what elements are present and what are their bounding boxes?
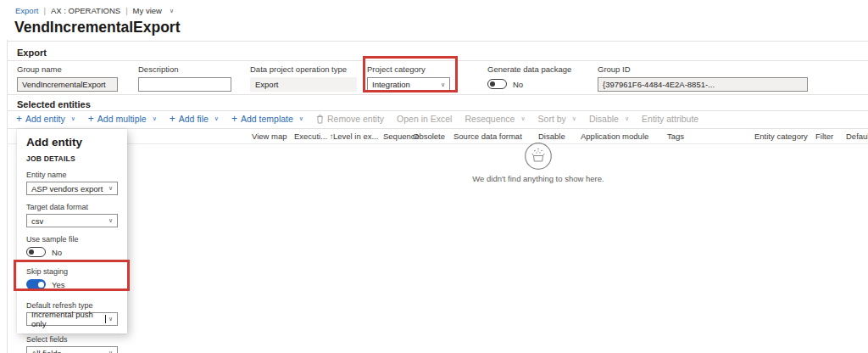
breadcrumb-export-link[interactable]: Export [15,6,38,15]
generate-package-toggle[interactable] [487,79,507,89]
column-header-filter[interactable]: Filter [815,132,833,141]
target-data-format-select[interactable]: csv ∨ [26,214,118,227]
chevron-down-icon[interactable]: ∨ [170,8,174,14]
plus-icon: + [88,115,94,123]
divider [7,41,868,42]
entity-name-value: ASP vendors export [31,184,103,193]
select-fields-label: Select fields [26,335,118,344]
chevron-down-icon: ∨ [71,115,75,122]
select-fields-value: All fields [31,349,61,353]
target-data-format-label: Target data format [26,203,118,211]
group-id-input[interactable]: {397961F6-4484-4E2A-8851-... [598,77,808,92]
column-header-default[interactable]: Default... [846,132,868,141]
column-header-obsolete[interactable]: Obsolete [413,132,445,141]
divider [7,143,868,144]
disable-button: Disable ∨ [589,114,629,124]
job-details-heading: JOB DETAILS [26,154,118,163]
chevron-down-icon: ∨ [108,185,113,192]
column-header-view-map[interactable]: View map [252,132,287,141]
add-template-button[interactable]: + Add template ∨ [231,114,303,124]
column-header-level[interactable]: Level in ex... [333,132,378,141]
skip-staging-toggle[interactable] [26,279,46,289]
operation-type-label: Data project operation type [250,64,357,74]
group-name-input[interactable]: VendIncrementalExport [17,77,118,92]
operation-type-value: Export [250,77,357,92]
text-cursor [105,315,106,323]
add-entity-button[interactable]: + Add entity ∨ [16,114,75,124]
project-category-field: Project category Integration ∨ [367,64,450,92]
column-header-entity-category[interactable]: Entity category [754,132,808,141]
skip-staging-label: Skip staging [26,267,118,276]
project-category-label: Project category [367,64,450,74]
breadcrumb-my-view[interactable]: My view [133,6,162,15]
group-name-label: Group name [17,64,118,74]
column-header-execution[interactable]: Executi... ↑ [294,132,333,141]
default-refresh-type-select[interactable]: Incremental push only ∨ [26,312,118,326]
default-refresh-type-label: Default refresh type [26,301,118,310]
plus-icon: + [170,115,175,123]
breadcrumb-separator: | [125,6,127,15]
chevron-down-icon: ∨ [299,115,303,122]
project-category-select[interactable]: Integration ∨ [367,77,450,92]
empty-box-icon [524,142,553,171]
open-in-excel-button: Open in Excel [397,114,452,124]
divider [7,94,868,95]
use-sample-file-state: No [52,248,62,257]
chevron-down-icon: ∨ [153,115,157,122]
chevron-down-icon: ∨ [214,115,219,122]
use-sample-file-label: Use sample file [26,235,118,244]
add-file-button[interactable]: + Add file ∨ [170,114,219,124]
divider [7,128,868,129]
trash-icon [316,115,324,124]
chevron-down-icon: ∨ [441,81,445,88]
add-multiple-button[interactable]: + Add multiple ∨ [88,114,157,124]
entity-name-select[interactable]: ASP vendors export ∨ [26,182,118,195]
generate-package-label: Generate data package [487,64,571,74]
column-header-tags[interactable]: Tags [667,132,684,141]
description-input[interactable] [138,77,231,92]
breadcrumb-separator: | [43,6,45,15]
export-section-header: Export [17,48,47,58]
skip-staging-state: Yes [52,280,65,289]
breadcrumb-environment: AX : OPERATIONS [51,6,120,15]
sort-by-button: Sort by ∨ [538,114,576,124]
chevron-down-icon: ∨ [572,115,576,122]
group-id-field: Group ID {397961F6-4484-4E2A-8851-... [598,64,808,92]
panel-left-border [7,40,8,353]
breadcrumb: Export | AX : OPERATIONS | My view ∨ [15,6,174,15]
column-header-application-module[interactable]: Application module [581,132,648,141]
chevron-down-icon: ∨ [108,350,113,353]
target-data-format-value: csv [31,216,43,226]
selected-entities-header: Selected entities [17,99,91,109]
entity-name-label: Entity name [26,171,118,179]
description-field: Description [138,64,231,92]
chevron-down-icon: ∨ [108,217,113,224]
entities-grid-header: View map Executi... ↑ Level in ex... Seq… [0,132,868,143]
group-name-field: Group name VendIncrementalExport [17,64,118,92]
description-label: Description [138,64,231,74]
empty-state-text: We didn't find anything to show here. [453,174,623,183]
column-header-disable[interactable]: Disable [538,132,565,141]
column-header-source-format[interactable]: Source data format [453,132,522,141]
plus-icon: + [231,115,237,123]
chevron-down-icon: ∨ [108,316,113,322]
entity-attribute-button: Entity attribute [642,114,698,124]
group-id-label: Group ID [598,64,808,74]
chevron-down-icon: ∨ [625,115,629,122]
grid-empty-state: We didn't find anything to show here. [453,142,623,183]
divider [7,110,868,111]
add-entity-panel: Add entity JOB DETAILS Entity name ASP v… [17,129,127,333]
use-sample-file-toggle[interactable] [26,247,46,257]
entities-toolbar: + Add entity ∨ + Add multiple ∨ + Add fi… [16,114,698,124]
chevron-down-icon: ∨ [520,115,525,122]
generate-package-field: Generate data package No [487,64,571,89]
project-category-value: Integration [372,80,410,89]
remove-entity-button: Remove entity [316,114,384,124]
divider [7,60,868,61]
select-fields-select[interactable]: All fields ∨ [26,346,118,353]
default-refresh-type-value: Incremental push only [31,310,106,328]
plus-icon: + [16,115,22,123]
generate-package-state: No [513,80,523,89]
add-entity-panel-title: Add entity [26,136,118,148]
page-title: VendIncrementalExport [14,19,180,36]
